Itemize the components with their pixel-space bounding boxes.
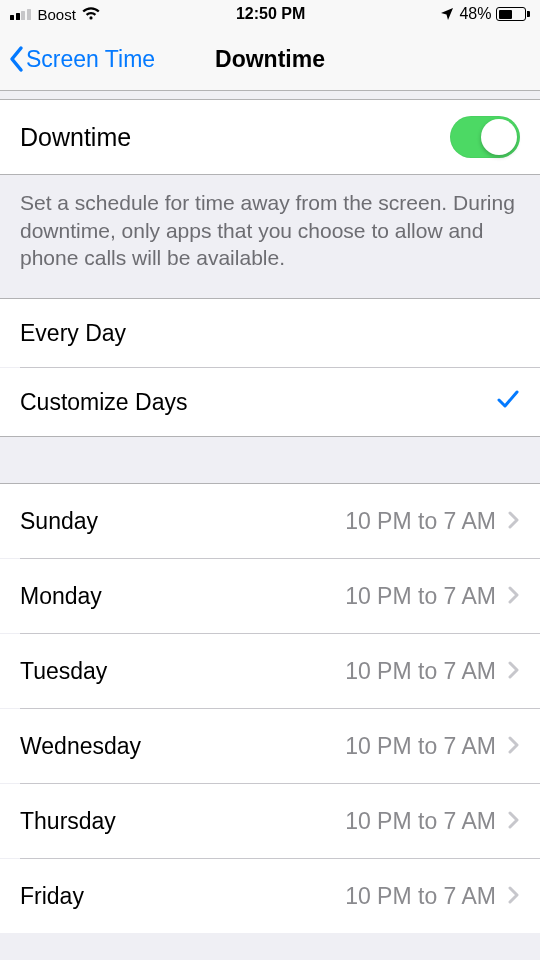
wifi-icon xyxy=(81,7,101,21)
customize-days-row[interactable]: Customize Days xyxy=(0,368,540,436)
day-time-range: 10 PM to 7 AM xyxy=(345,583,496,610)
status-right: 48% xyxy=(440,5,530,23)
battery-percent: 48% xyxy=(459,5,491,23)
section-description: Set a schedule for time away from the sc… xyxy=(0,175,540,298)
day-time-range: 10 PM to 7 AM xyxy=(345,658,496,685)
day-time-range: 10 PM to 7 AM xyxy=(345,508,496,535)
downtime-switch[interactable] xyxy=(450,116,520,158)
day-name: Monday xyxy=(20,583,102,610)
chevron-right-icon xyxy=(508,883,520,910)
nav-bar: Screen Time Downtime xyxy=(0,28,540,90)
switch-knob xyxy=(481,119,517,155)
chevron-right-icon xyxy=(508,733,520,760)
chevron-right-icon xyxy=(508,658,520,685)
chevron-right-icon xyxy=(508,583,520,610)
battery-icon xyxy=(496,7,530,21)
chevron-left-icon xyxy=(8,45,26,73)
day-time-range: 10 PM to 7 AM xyxy=(345,808,496,835)
back-label: Screen Time xyxy=(26,46,155,73)
downtime-toggle-label: Downtime xyxy=(20,123,131,152)
page-title: Downtime xyxy=(215,46,325,73)
day-row[interactable]: Wednesday10 PM to 7 AM xyxy=(0,709,540,783)
day-row[interactable]: Tuesday10 PM to 7 AM xyxy=(0,634,540,708)
every-day-row[interactable]: Every Day xyxy=(0,299,540,367)
downtime-toggle-row: Downtime xyxy=(0,100,540,174)
day-name: Wednesday xyxy=(20,733,141,760)
day-name: Thursday xyxy=(20,808,116,835)
day-name: Friday xyxy=(20,883,84,910)
location-icon xyxy=(440,7,454,21)
every-day-label: Every Day xyxy=(20,320,126,347)
day-time-range: 10 PM to 7 AM xyxy=(345,733,496,760)
customize-days-label: Customize Days xyxy=(20,389,187,416)
carrier-label: Boost xyxy=(38,6,76,23)
status-bar: Boost 12:50 PM 48% xyxy=(0,0,540,28)
days-list: Sunday10 PM to 7 AMMonday10 PM to 7 AMTu… xyxy=(0,484,540,933)
chevron-right-icon xyxy=(508,808,520,835)
spacer xyxy=(0,91,540,99)
back-button[interactable]: Screen Time xyxy=(8,45,155,73)
status-left: Boost xyxy=(10,6,101,23)
day-name: Tuesday xyxy=(20,658,107,685)
day-time-range: 10 PM to 7 AM xyxy=(345,883,496,910)
day-row[interactable]: Monday10 PM to 7 AM xyxy=(0,559,540,633)
day-row[interactable]: Friday10 PM to 7 AM xyxy=(0,859,540,933)
chevron-right-icon xyxy=(508,508,520,535)
status-time: 12:50 PM xyxy=(236,5,305,23)
day-name: Sunday xyxy=(20,508,98,535)
section-spacer xyxy=(0,437,540,483)
cellular-signal-icon xyxy=(10,9,31,20)
day-row[interactable]: Sunday10 PM to 7 AM xyxy=(0,484,540,558)
day-row[interactable]: Thursday10 PM to 7 AM xyxy=(0,784,540,858)
checkmark-icon xyxy=(496,388,520,416)
